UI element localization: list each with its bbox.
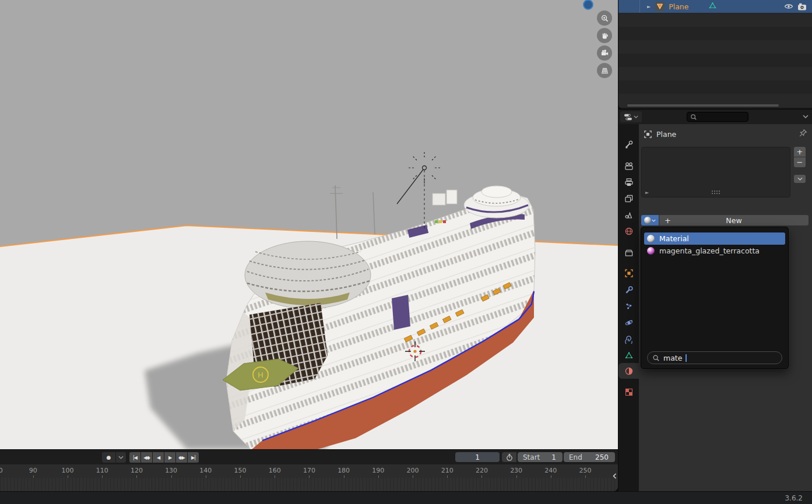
chevron-down-icon bbox=[118, 456, 124, 459]
tab-constraints[interactable] bbox=[618, 331, 639, 347]
prev-keyframe-button[interactable]: ◀◆ bbox=[141, 452, 152, 463]
helipad-h-marking: H bbox=[258, 371, 263, 379]
transport-controls: |◀◀◆◀▶◆▶▶| bbox=[129, 452, 199, 463]
chevron-down-icon bbox=[803, 115, 809, 118]
tab-physics[interactable] bbox=[618, 315, 639, 330]
tab-render[interactable] bbox=[618, 158, 639, 174]
jump-to-end-button[interactable]: ▶| bbox=[188, 452, 199, 463]
end-label: End bbox=[569, 453, 582, 461]
jump-to-start-button[interactable]: |◀ bbox=[129, 452, 140, 463]
mesh-data-icon[interactable] bbox=[708, 1, 717, 12]
hierarchy-guide-line bbox=[639, 0, 640, 13]
text-cursor bbox=[686, 354, 687, 362]
ruler-frame-label: 160 bbox=[269, 467, 281, 474]
timeline-ruler[interactable]: 8090100110120130140150160170180190200210… bbox=[0, 464, 618, 478]
end-value: 250 bbox=[595, 453, 609, 461]
browse-material-button[interactable] bbox=[641, 215, 659, 225]
frame-end-field[interactable]: End 250 bbox=[564, 452, 615, 462]
remove-slot-button[interactable]: − bbox=[794, 157, 806, 167]
auto-keying-dropdown[interactable] bbox=[116, 452, 126, 463]
outliner-object-label[interactable]: Plane bbox=[669, 2, 688, 11]
material-item-label: Material bbox=[659, 234, 689, 243]
search-icon bbox=[690, 114, 697, 121]
pan-gizmo-button[interactable] bbox=[597, 28, 612, 43]
auto-keying-button[interactable]: ● bbox=[102, 452, 115, 463]
object-icon bbox=[644, 130, 652, 139]
search-icon bbox=[652, 354, 660, 362]
camera-view-gizmo-button[interactable] bbox=[597, 45, 612, 61]
use-preview-range-button[interactable] bbox=[502, 452, 516, 462]
material-search-field[interactable]: mate bbox=[647, 351, 782, 364]
ruler-frame-label: 240 bbox=[544, 467, 557, 474]
material-sphere-icon bbox=[647, 247, 655, 255]
ruler-frame-label: 90 bbox=[29, 467, 37, 474]
outliner-editor[interactable]: ► Plane bbox=[618, 0, 812, 108]
tab-output[interactable] bbox=[618, 174, 639, 190]
mesh-object-icon bbox=[655, 2, 665, 11]
editor-type-button[interactable] bbox=[620, 111, 642, 122]
start-value: 1 bbox=[551, 453, 556, 461]
properties-search-field[interactable] bbox=[687, 112, 748, 122]
material-list: Materialmagenta_glazed_terracotta bbox=[641, 232, 788, 257]
play-reverse-button[interactable]: ◀ bbox=[153, 452, 164, 463]
disable-in-renders-camera-icon[interactable] bbox=[797, 3, 807, 10]
outliner-horizontal-scrollbar[interactable] bbox=[627, 104, 779, 107]
frame-start-field[interactable]: Start 1 bbox=[518, 452, 563, 462]
magnifier-plus-icon bbox=[600, 14, 609, 23]
next-keyframe-button[interactable]: ◆▶ bbox=[176, 452, 187, 463]
ruler-frame-label: 200 bbox=[407, 467, 419, 474]
slot-list-controls: + − bbox=[794, 147, 806, 183]
expand-arrow-icon[interactable]: ► bbox=[645, 190, 649, 195]
new-button-label: New bbox=[726, 216, 741, 225]
chevron-down-icon bbox=[652, 219, 656, 222]
hide-in-viewport-eye-icon[interactable] bbox=[784, 3, 793, 10]
tab-particles[interactable] bbox=[618, 298, 639, 314]
plus-icon: + bbox=[665, 216, 671, 225]
tab-world[interactable] bbox=[618, 223, 639, 239]
tab-object-data[interactable] bbox=[618, 347, 639, 363]
add-slot-button[interactable]: + bbox=[794, 147, 806, 157]
tab-scene[interactable] bbox=[618, 207, 639, 223]
properties-editor: Plane ► + − bbox=[618, 110, 812, 491]
material-sphere-icon bbox=[644, 217, 651, 224]
timeline-header: ● |◀◀◆◀▶◆▶▶| 1 Start 1 End 250 bbox=[0, 450, 618, 464]
ruler-frame-label: 150 bbox=[234, 467, 247, 474]
play-button[interactable]: ▶ bbox=[164, 452, 175, 463]
tab-object[interactable] bbox=[618, 265, 639, 281]
chevron-down-icon bbox=[634, 115, 638, 118]
ruler-frame-label: 180 bbox=[338, 467, 350, 474]
expand-arrow-icon[interactable]: ► bbox=[647, 4, 651, 9]
resize-grip[interactable] bbox=[711, 190, 720, 194]
tab-modifiers[interactable] bbox=[618, 282, 639, 298]
material-slot-list[interactable]: ► bbox=[641, 147, 790, 198]
tab-collection[interactable] bbox=[618, 245, 639, 260]
material-item[interactable]: Material bbox=[644, 232, 785, 245]
zoom-gizmo-button[interactable] bbox=[597, 10, 612, 26]
tab-material[interactable] bbox=[618, 363, 639, 379]
breadcrumb: Plane bbox=[644, 129, 807, 139]
properties-content: Plane ► + − bbox=[639, 124, 812, 491]
properties-options-dropdown[interactable] bbox=[803, 112, 809, 120]
timeline-track-area[interactable] bbox=[0, 478, 618, 491]
blender-version: 3.6.2 bbox=[785, 494, 803, 502]
outliner-row-plane[interactable]: ► Plane bbox=[618, 0, 812, 13]
material-browse-row: + New bbox=[641, 215, 809, 225]
ortho-toggle-gizmo-button[interactable] bbox=[597, 63, 612, 78]
ruler-frame-label: 190 bbox=[372, 467, 384, 474]
tab-tool[interactable] bbox=[618, 136, 639, 152]
new-material-button[interactable]: + New bbox=[659, 215, 809, 225]
slot-specials-dropdown[interactable] bbox=[794, 175, 806, 183]
ruler-frame-label: 110 bbox=[96, 467, 108, 474]
material-search-value: mate bbox=[663, 354, 682, 362]
tab-texture[interactable] bbox=[618, 384, 639, 400]
material-sphere-icon bbox=[647, 235, 655, 242]
pin-icon[interactable] bbox=[799, 129, 807, 139]
viewport-canvas[interactable]: H bbox=[0, 0, 618, 449]
current-frame-field[interactable]: 1 bbox=[455, 452, 500, 462]
tab-view-layer[interactable] bbox=[618, 191, 639, 206]
material-item[interactable]: magenta_glazed_terracotta bbox=[644, 245, 785, 257]
region-collapse-arrow[interactable] bbox=[613, 473, 617, 481]
breadcrumb-object-label: Plane bbox=[656, 130, 676, 139]
3d-viewport[interactable]: H bbox=[0, 0, 618, 449]
timeline-editor[interactable]: ● |◀◀◆◀▶◆▶▶| 1 Start 1 End 250 809010011… bbox=[0, 450, 618, 491]
